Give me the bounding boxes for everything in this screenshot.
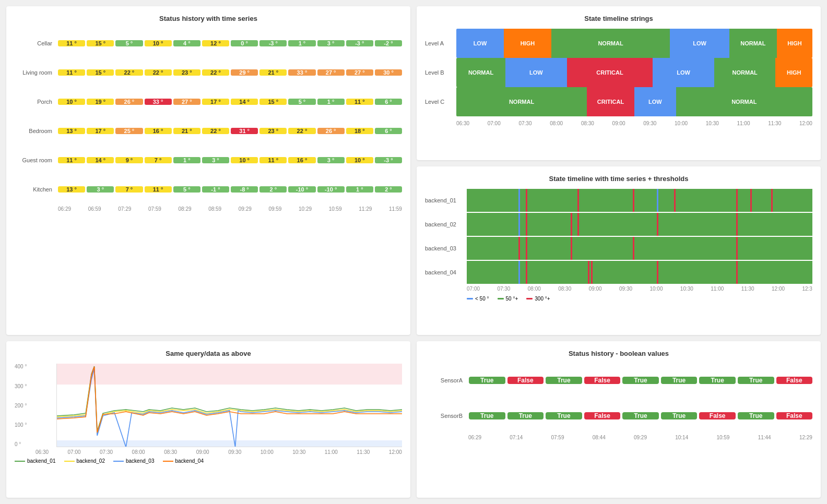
status-history-panel: Status history with time series Cellar11… [6, 6, 410, 335]
sh-cell: 6 ° [375, 128, 402, 134]
sq-xaxis-label: 10:30 [292, 449, 305, 455]
sh-cell: 26 ° [115, 99, 143, 105]
y-axis-label: 400 ° [15, 364, 27, 369]
sh-cell: 29 ° [231, 69, 258, 76]
sq-xaxis-label: 06:30 [36, 449, 49, 455]
sh-row: Porch10 °19 °26 °33 °27 °17 °14 °15 °5 °… [15, 87, 402, 116]
backend-label: backend_03 [425, 245, 467, 251]
legend-item: < 50 ° [467, 296, 489, 302]
threshold-xaxis-label: 08:00 [528, 286, 541, 292]
bool-cell: True [622, 412, 659, 419]
threshold-xaxis-label: 10:30 [680, 286, 693, 292]
sh-cell: 27 ° [317, 69, 345, 76]
sq-xaxis-label: 12:00 [389, 449, 402, 455]
sh-cells: 13 °17 °25 °16 °21 °22 °31 °23 °22 °26 °… [58, 128, 402, 134]
sh-xaxis-label: 11:59 [389, 206, 402, 212]
sq-xaxis-label: 09:00 [196, 449, 209, 455]
sq-xaxis-label: 08:00 [132, 449, 145, 455]
xaxis-label: 09:00 [612, 121, 625, 126]
bool-cell: True [661, 412, 698, 419]
state-timeline-thresholds-panel: State timeline with time series + thresh… [417, 166, 821, 335]
timeline-container: Level ALOWHIGHNORMALLOWNORMALHIGHLevel B… [425, 29, 812, 126]
same-query-panel: Same query/data as above 0 °100 °200 °30… [6, 341, 410, 498]
bool-cell: False [584, 412, 621, 419]
xaxis-label: 10:30 [706, 121, 719, 126]
sh-cell: 1 ° [317, 99, 345, 105]
threshold-line-blue [657, 189, 658, 212]
bool-xaxis-label: 06:29 [468, 435, 481, 440]
bool-xaxis-label: 07:14 [510, 435, 523, 440]
chart-area [56, 364, 402, 447]
sh-xaxis-label: 06:59 [88, 206, 101, 212]
sh-cell: 13 ° [58, 128, 85, 134]
segment-normal: NORMAL [456, 87, 587, 116]
sh-cell: 21 ° [173, 128, 200, 134]
sh-cells: 11 °14 °9 °7 °1 °3 °10 °11 °16 °3 °10 °-… [58, 157, 402, 163]
threshold-xaxis-label: 11:00 [711, 286, 724, 292]
threshold-line-red [657, 261, 658, 284]
bool-cells: TrueTrueTrueFalseTrueTrueFalseTrueFalse [469, 412, 812, 419]
sh-cell: 10 ° [145, 40, 172, 46]
sh-cell: 17 ° [87, 128, 114, 134]
xaxis-label: 10:00 [675, 121, 688, 126]
segment-high: HIGH [504, 29, 551, 58]
sq-legend-line [64, 461, 75, 462]
legend-dot [467, 298, 473, 299]
threshold-xaxis-label: 12:00 [772, 286, 785, 292]
sh-cell: -10 ° [317, 186, 345, 193]
sh-cell: 2 ° [259, 186, 287, 193]
sh-cells: 13 °3 °7 °11 °5 °-1 °-8 °2 °-10 °-10 °1 … [58, 186, 402, 193]
y-axis-label: 0 ° [15, 441, 27, 447]
panel-title-2: State timeline with time series + thresh… [425, 175, 812, 183]
backend-label: backend_04 [425, 269, 467, 275]
sh-cell: 22 ° [202, 128, 229, 134]
sh-cell: 3 ° [202, 157, 229, 163]
segment-normal: NORMAL [456, 58, 505, 87]
sh-row: Guest room11 °14 °9 °7 °1 °3 °10 °11 °16… [15, 146, 402, 175]
threshold-line-red [588, 261, 589, 284]
sh-row-label: Living room [15, 69, 56, 76]
sq-legend-line [113, 461, 124, 462]
segment-normal: NORMAL [714, 58, 776, 87]
threshold-line-red [736, 261, 738, 284]
sq-xaxis-label: 08:30 [164, 449, 177, 455]
threshold-line-red [736, 237, 738, 260]
threshold-line-red [771, 189, 773, 212]
bool-cell: False [584, 377, 621, 384]
sh-cell: 10 ° [231, 157, 258, 163]
sh-cell: 3 ° [317, 40, 345, 46]
threshold-line-red [674, 189, 676, 212]
bool-row: SensorATrueFalseTrueFalseTrueTrueTrueTru… [425, 364, 812, 397]
same-query-legend: backend_01backend_02backend_03backend_04 [15, 458, 402, 464]
xaxis-label: 11:30 [768, 121, 781, 126]
sh-cell: 22 ° [288, 128, 315, 134]
backend-bar [467, 213, 812, 236]
sh-xaxis-label: 09:59 [268, 206, 281, 212]
threshold-line-red [633, 237, 634, 260]
xaxis-label: 12:00 [799, 121, 812, 126]
threshold-line-red [577, 189, 579, 212]
sh-cell: 22 ° [202, 69, 229, 76]
sq-legend-label: backend_01 [27, 458, 56, 464]
segment-high: HIGH [777, 29, 812, 58]
panel-title-bool: Status history - boolean values [425, 350, 812, 357]
sh-cell: 16 ° [288, 157, 315, 163]
segment-normal: NORMAL [729, 29, 777, 58]
threshold-xaxis-label: 09:30 [619, 286, 632, 292]
sq-legend-label: backend_02 [77, 458, 105, 464]
sh-cell: 2 ° [375, 186, 402, 193]
sh-cell: 0 ° [231, 40, 258, 46]
legend-dot [498, 298, 504, 299]
bool-xaxis-label: 08:44 [593, 435, 606, 440]
bool-cell: True [546, 377, 582, 384]
sh-cell: 11 ° [145, 186, 172, 193]
sh-cell: 11 ° [259, 157, 287, 163]
sq-legend-label: backend_04 [175, 458, 204, 464]
threshold-line-red [736, 213, 738, 236]
legend-dot [526, 298, 533, 299]
sh-row-label: Kitchen [15, 186, 56, 193]
sh-cell: 33 ° [288, 69, 315, 76]
bool-xaxis: 06:2907:1407:5908:4409:2910:1410:5911:44… [468, 435, 812, 440]
sh-cell: 3 ° [317, 157, 345, 163]
threshold-line-red [526, 261, 527, 284]
